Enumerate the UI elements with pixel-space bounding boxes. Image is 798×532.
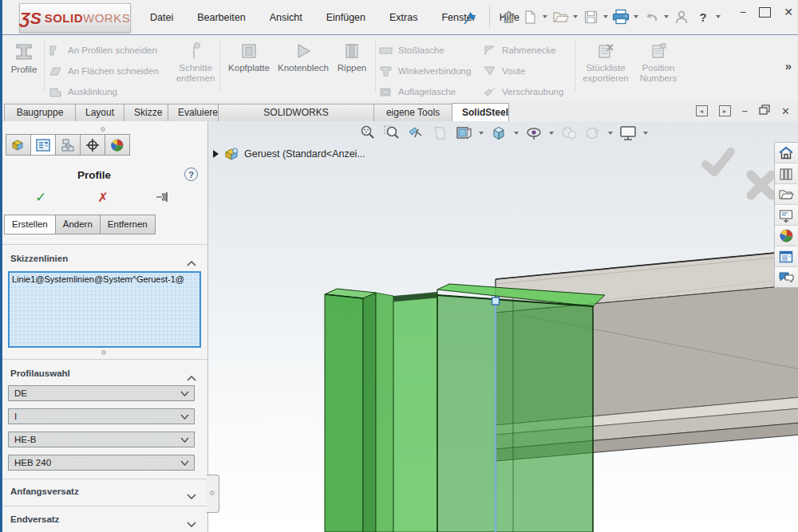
view-scene-dropdown-icon[interactable]: [479, 132, 484, 135]
graphics-viewport[interactable]: Geruest (Standard<Anzei...: [208, 121, 798, 532]
export-bom-button[interactable]: Stückliste exportieren: [579, 41, 633, 84]
view-orientation-dropdown-icon[interactable]: [514, 132, 519, 135]
cut-at-faces-button[interactable]: An Flächen schneiden: [49, 64, 159, 78]
section-view-icon[interactable]: [406, 124, 425, 143]
document-minimize-icon[interactable]: −: [742, 106, 749, 116]
view-scene-icon[interactable]: [454, 124, 473, 143]
menu-bearbeiten[interactable]: Bearbeiten: [196, 10, 247, 26]
appearances-button[interactable]: [775, 226, 797, 246]
feature-tree-root-label[interactable]: Geruest (Standard<Anzei...: [244, 148, 365, 160]
previous-view-icon[interactable]: [430, 124, 449, 143]
design-library-button[interactable]: [775, 164, 797, 184]
undo-dropdown-icon[interactable]: [664, 15, 669, 18]
pm-pin-icon[interactable]: [154, 189, 173, 205]
document-restore-icon[interactable]: [759, 104, 770, 118]
tab-eigene-tools[interactable]: eigene Tools: [373, 104, 452, 122]
pin-menu-icon[interactable]: [462, 10, 480, 26]
tab-feature-manager[interactable]: [6, 134, 30, 156]
zoom-to-area-icon[interactable]: [382, 124, 401, 143]
selected-sketch-line[interactable]: Linie1@Systemlinien@System^Geruest-1@: [12, 274, 184, 284]
tree-expand-arrow-icon[interactable]: [213, 150, 219, 158]
task-pane-home-button[interactable]: [775, 143, 797, 164]
custom-properties-button[interactable]: [775, 246, 797, 267]
selection-box-resize-handle[interactable]: [101, 350, 106, 355]
rahmenecke-button[interactable]: Rahmenecke: [483, 43, 556, 57]
auflagelasche-button[interactable]: Auflagelasche: [379, 85, 456, 99]
print-icon[interactable]: [611, 7, 630, 26]
tab-display-manager[interactable]: [105, 134, 130, 156]
undo-icon[interactable]: [642, 7, 661, 26]
tab-property-manager[interactable]: [30, 134, 55, 156]
open-document-dropdown-icon[interactable]: [573, 15, 578, 18]
cut-at-profiles-button[interactable]: An Profilen schneiden: [49, 43, 157, 57]
sketch-line-endpoint-handle[interactable]: [492, 298, 500, 305]
ribbon-overflow-button[interactable]: »: [785, 59, 792, 73]
knotenblech-button[interactable]: Knotenblech: [275, 41, 331, 73]
maximize-button[interactable]: [759, 7, 771, 18]
open-document-icon[interactable]: [551, 7, 570, 26]
chevron-up-icon[interactable]: [187, 255, 196, 270]
tab-evaluieren[interactable]: Evaluieren: [168, 104, 218, 122]
profile-button[interactable]: Profile: [7, 41, 41, 75]
file-explorer-button[interactable]: [775, 184, 797, 205]
profile-size-dropdown[interactable]: HEB 240: [8, 455, 195, 471]
menu-einfuegen[interactable]: Einfügen: [325, 10, 367, 26]
panel-splitter-handle[interactable]: [207, 475, 219, 513]
forum-button[interactable]: [775, 267, 797, 287]
tab-baugruppe[interactable]: Baugruppe: [4, 104, 75, 122]
kopfplatte-button[interactable]: Kopfplatte: [224, 41, 274, 73]
chevron-down-icon[interactable]: [187, 516, 196, 530]
display-style-icon[interactable]: [524, 124, 543, 143]
tab-skizze[interactable]: Skizze: [124, 104, 168, 122]
profile-standard-dropdown[interactable]: DE: [8, 385, 195, 401]
voute-button[interactable]: Voute: [483, 64, 525, 78]
view-settings-icon[interactable]: [618, 124, 638, 143]
chevron-down-icon[interactable]: [187, 488, 196, 502]
menu-extras[interactable]: Extras: [388, 10, 419, 26]
subtab-entfernen[interactable]: Entfernen: [101, 215, 156, 234]
minimize-button[interactable]: −: [740, 6, 746, 18]
close-button[interactable]: ✕: [784, 6, 793, 18]
pm-ok-button[interactable]: ✓: [31, 189, 50, 205]
save-dropdown-icon[interactable]: [603, 15, 608, 18]
zoom-to-fit-icon[interactable]: [358, 124, 377, 143]
notch-button[interactable]: Ausklinkung: [49, 85, 117, 99]
model-scene[interactable]: [208, 121, 798, 532]
help-dropdown-icon[interactable]: [716, 15, 721, 18]
rippen-button[interactable]: Rippen: [333, 41, 371, 73]
viewport-ok-button[interactable]: [699, 145, 737, 182]
tab-zusatzanwendungen[interactable]: SOLIDWORKS Zusatzanwendungen: [218, 104, 373, 122]
appearance-scene-dropdown-icon[interactable]: [608, 132, 613, 135]
sketch-line-selection-box[interactable]: Linie1@Systemlinien@System^Geruest-1@: [8, 271, 201, 348]
chevron-up-icon[interactable]: [187, 370, 196, 384]
subtab-aendern[interactable]: Ändern: [56, 215, 101, 234]
green-column-preview[interactable]: [325, 284, 605, 532]
new-document-icon[interactable]: [520, 7, 539, 26]
dock-pane-right-icon[interactable]: ▸: [719, 105, 731, 116]
save-icon[interactable]: [581, 7, 600, 26]
view-palette-button[interactable]: [775, 205, 797, 226]
tab-dimxpert-manager[interactable]: [80, 134, 105, 156]
pm-cancel-button[interactable]: ✗: [93, 189, 113, 205]
profile-series-dropdown[interactable]: HE-B: [8, 432, 195, 447]
menu-ansicht[interactable]: Ansicht: [268, 10, 304, 26]
dock-pane-left-icon[interactable]: ◂: [696, 105, 708, 116]
view-orientation-cube-icon[interactable]: [489, 124, 508, 143]
pm-help-icon[interactable]: ?: [184, 167, 198, 181]
tab-solidsteel[interactable]: SolidSteel: [452, 103, 509, 123]
profile-type-dropdown[interactable]: I: [8, 408, 195, 424]
position-numbers-button[interactable]: Position Numbers: [634, 41, 682, 84]
subtab-erstellen[interactable]: Erstellen: [4, 215, 56, 234]
view-settings-dropdown-icon[interactable]: [643, 132, 648, 135]
new-document-dropdown-icon[interactable]: [543, 15, 547, 18]
stosslasche-button[interactable]: Stoßlasche: [379, 43, 444, 57]
display-style-dropdown-icon[interactable]: [549, 132, 554, 135]
panel-drag-handle[interactable]: [101, 127, 105, 132]
user-icon[interactable]: [672, 7, 691, 26]
hide-show-items-icon[interactable]: [559, 124, 579, 143]
home-icon[interactable]: [499, 7, 518, 26]
tab-layout[interactable]: Layout: [75, 104, 124, 122]
help-icon[interactable]: ?: [693, 7, 713, 26]
menu-datei[interactable]: Datei: [148, 10, 175, 26]
print-dropdown-icon[interactable]: [634, 15, 638, 18]
